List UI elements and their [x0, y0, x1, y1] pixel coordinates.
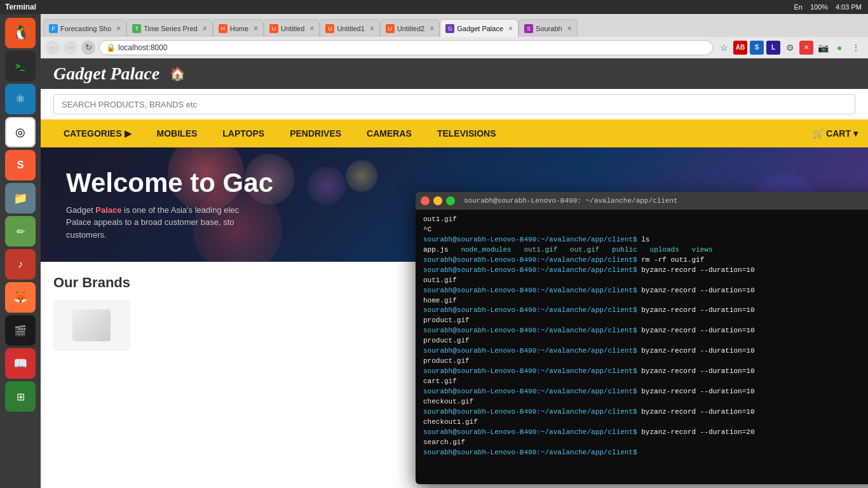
term-line: sourabh@sourabh-Lenovo-B490:~/avalanche/…	[423, 235, 868, 245]
term-line: cart.gif	[423, 377, 868, 387]
tab-label-sourabh: Sourabh	[536, 25, 562, 32]
tab-label-forecasting: Forecasting Sho	[60, 25, 111, 32]
ext3-icon[interactable]: ⚙	[783, 41, 797, 55]
tab-label-untitled: Untitled	[281, 25, 304, 32]
term-line: checkout1.gif	[423, 417, 868, 428]
tab-gadget[interactable]: G Gadget Palace ×	[440, 19, 519, 37]
adblock-icon[interactable]: AB	[733, 41, 747, 55]
tab-close-timeseries[interactable]: ×	[203, 24, 207, 33]
dock-item-sublime[interactable]: S	[5, 150, 36, 180]
dock-item-chrome[interactable]: ◎	[5, 117, 36, 147]
forward-button[interactable]: →	[64, 41, 78, 55]
dock-item-video[interactable]: 🎬	[5, 315, 36, 346]
site-search	[41, 89, 868, 119]
term-line: sourabh@sourabh-Lenovo-B490:~/avalanche/…	[423, 367, 868, 377]
dock-item-ebook[interactable]: 📖	[5, 348, 36, 379]
tab-label-untitled2: Untitled2	[397, 25, 424, 32]
term-line: sourabh@sourabh-Lenovo-B490:~/avalanche/…	[423, 346, 868, 356]
tab-untitled2[interactable]: U Untitled2 ×	[380, 19, 440, 37]
terminal-minimize-button[interactable]	[433, 196, 442, 205]
dock-item-firefox[interactable]: 🦊	[5, 282, 36, 313]
term-line: product.gif	[423, 356, 868, 367]
dock-item-sound[interactable]: ♪	[5, 249, 36, 280]
nav-item-televisions[interactable]: TELEVISIONS	[424, 119, 509, 147]
ext4-icon[interactable]: ✕	[799, 41, 813, 55]
nav-label-categories: CATEGORIES	[64, 128, 122, 139]
taskbar: Terminal En 100% 4:03 PM	[0, 0, 868, 14]
term-line: search.gif	[423, 438, 868, 448]
tab-timeseries[interactable]: T Time Series Pred ×	[126, 19, 213, 37]
nav-label-cameras: CAMERAS	[367, 128, 412, 139]
term-line: sourabh@sourabh-Lenovo-B490:~/avalanche/…	[423, 428, 868, 438]
ext6-icon[interactable]: ●	[832, 41, 846, 55]
tab-home[interactable]: H Home ×	[213, 19, 264, 37]
cart-button[interactable]: 🛒 CART ▾	[813, 128, 858, 139]
tab-close-gadget[interactable]: ×	[508, 24, 513, 33]
dock-item-terminal[interactable]: >_	[5, 51, 36, 81]
term-line: sourabh@sourabh-Lenovo-B490:~/avalanche/…	[423, 255, 868, 266]
nav-item-cameras[interactable]: CAMERAS	[354, 119, 424, 147]
hero-subtitle: Gadget Palace is one of the Asia's leadi…	[66, 204, 273, 241]
nav-item-mobiles[interactable]: MOBILES	[144, 119, 210, 147]
tab-forecasting[interactable]: F Forecasting Sho ×	[43, 19, 126, 37]
hero-text: Welcome to Gac Gadget Palace is one of t…	[66, 168, 273, 241]
nav-item-pendrives[interactable]: PENDRIVES	[277, 119, 354, 147]
term-line: sourabh@sourabh-Lenovo-B490:~/avalanche/…	[423, 326, 868, 336]
site-header: Gadget Palace 🏠	[41, 58, 868, 89]
taskbar-time: 4:03 PM	[836, 3, 862, 11]
cart-label: CART	[826, 128, 851, 139]
star-icon[interactable]: ☆	[717, 41, 731, 55]
back-button[interactable]: ←	[46, 41, 60, 55]
home-icon[interactable]: 🏠	[170, 66, 186, 81]
url-bar[interactable]: 🔒 localhost:8000	[99, 40, 713, 55]
nav-item-categories[interactable]: CATEGORIES ▶	[51, 119, 144, 147]
term-line: out1.gif	[423, 276, 868, 286]
tab-favicon-sourabh: S	[524, 24, 533, 33]
nav-item-laptops[interactable]: LAPTOPS	[210, 119, 277, 147]
term-line: sourabh@sourabh-Lenovo-B490:~/avalanche/…	[423, 448, 868, 458]
tab-untitled[interactable]: U Untitled ×	[264, 19, 320, 37]
terminal-maximize-button[interactable]	[446, 196, 455, 205]
tab-label-home: Home	[230, 25, 248, 32]
term-line: home.gif	[423, 296, 868, 306]
tab-close-untitled2[interactable]: ×	[430, 24, 434, 33]
tab-sourabh[interactable]: S Sourabh ×	[519, 19, 578, 37]
brand-card[interactable]	[53, 300, 130, 351]
tab-close-untitled1[interactable]: ×	[370, 24, 374, 33]
tab-close-sourabh[interactable]: ×	[567, 24, 572, 33]
site-title: Gadget Palace	[53, 64, 159, 84]
term-line: product.gif	[423, 336, 868, 346]
dock-item-calc[interactable]: ⊞	[5, 381, 36, 412]
ext5-icon[interactable]: 📷	[816, 41, 830, 55]
tab-favicon-untitled2: U	[386, 24, 395, 33]
tab-close-home[interactable]: ×	[254, 24, 258, 33]
menu-icon[interactable]: ⋮	[849, 41, 863, 55]
dock: 🐧 >_ ⚛ ◎ S 📁 ✏ ♪ 🦊 🎬 📖 ⊞	[0, 14, 41, 488]
terminal-titlebar: sourabh@sourabh-Lenovo-B490: ~/avalanche…	[416, 192, 868, 210]
terminal-body[interactable]: out1.gif ^C sourabh@sourabh-Lenovo-B490:…	[416, 210, 868, 484]
refresh-button[interactable]: ↻	[81, 41, 95, 55]
nav-label-laptops: LAPTOPS	[222, 128, 264, 139]
tab-close-forecasting[interactable]: ×	[116, 24, 121, 33]
search-input[interactable]	[53, 94, 855, 114]
tab-untitled1[interactable]: U Untitled1 ×	[320, 19, 379, 37]
taskbar-right: En 100% 4:03 PM	[792, 3, 863, 11]
ext2-icon[interactable]: L	[766, 41, 780, 55]
term-line: sourabh@sourabh-Lenovo-B490:~/avalanche/…	[423, 266, 868, 276]
dock-item-text[interactable]: ✏	[5, 216, 36, 247]
tab-favicon-forecasting: F	[49, 24, 58, 33]
tab-favicon-gadget: G	[445, 24, 454, 33]
terminal-close-button[interactable]	[421, 196, 430, 205]
tab-label-gadget: Gadget Palace	[457, 25, 503, 32]
tab-favicon-untitled1: U	[325, 24, 334, 33]
chevron-down-icon: ▶	[125, 128, 132, 139]
taskbar-title: Terminal	[5, 3, 36, 11]
tab-favicon-home: H	[219, 24, 227, 33]
term-line: checkout.gif	[423, 397, 868, 407]
dock-item-atom[interactable]: ⚛	[5, 84, 36, 114]
ext1-icon[interactable]: S	[750, 41, 764, 55]
dock-item-ubuntu[interactable]: 🐧	[5, 18, 36, 48]
tab-close-untitled[interactable]: ×	[309, 24, 314, 33]
term-line: out1.gif	[423, 215, 868, 225]
dock-item-files[interactable]: 📁	[5, 183, 36, 214]
